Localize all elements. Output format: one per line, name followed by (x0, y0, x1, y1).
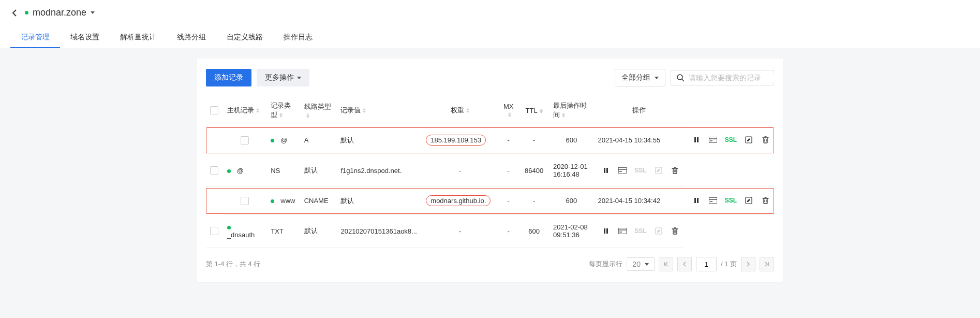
next-page-button[interactable] (741, 257, 755, 271)
tab-0[interactable]: 记录管理 (10, 27, 60, 48)
card-icon[interactable] (708, 196, 718, 205)
svg-rect-10 (618, 167, 627, 174)
trash-icon[interactable] (761, 196, 770, 205)
line-cell: 默认 (336, 187, 422, 215)
row-checkbox[interactable] (241, 136, 249, 144)
col-host[interactable]: 主机记录 (223, 95, 266, 126)
type-cell: A (300, 126, 337, 154)
card-icon[interactable] (618, 166, 627, 175)
ssl-badge[interactable]: SSL (725, 136, 737, 143)
line-cell: 默认 (336, 126, 422, 154)
svg-rect-8 (604, 168, 605, 173)
svg-rect-22 (618, 228, 627, 234)
trash-icon[interactable] (671, 166, 680, 175)
per-page-select[interactable]: 20 (627, 257, 655, 271)
select-all-checkbox[interactable] (210, 106, 218, 114)
trash-icon[interactable] (671, 226, 680, 236)
host-cell: www (280, 197, 295, 205)
add-record-button[interactable]: 添加记录 (206, 69, 251, 86)
ssl-badge[interactable]: SSL (725, 197, 737, 204)
svg-rect-15 (697, 198, 699, 203)
ttl-cell: 86400 (519, 154, 549, 187)
status-dot-icon (25, 11, 28, 15)
line-cell: 默认 (300, 154, 337, 187)
pause-icon[interactable] (692, 135, 701, 144)
host-cell: @ (280, 136, 287, 144)
tab-1[interactable]: 域名设置 (60, 27, 110, 48)
pause-icon[interactable] (692, 196, 701, 205)
svg-rect-3 (697, 137, 699, 142)
edit-icon[interactable] (744, 196, 753, 205)
col-ttl[interactable]: TTL (519, 95, 549, 126)
type-cell: NS (266, 154, 300, 187)
search-input[interactable] (689, 74, 779, 82)
ttl-cell: 600 (519, 215, 549, 248)
mx-cell: - (519, 187, 549, 215)
table-row: @ NS 默认 f1g1ns2.dnspod.net. - - 86400 20… (206, 154, 774, 187)
record-value: 202102070151361aok8... (340, 227, 417, 235)
svg-rect-14 (694, 198, 696, 203)
svg-line-1 (682, 79, 684, 81)
page-input[interactable] (696, 257, 717, 271)
edit-icon[interactable] (654, 226, 663, 236)
pagination-summary: 第 1-4 行，共 4 行 (206, 259, 260, 269)
search-icon (676, 74, 685, 82)
tab-3[interactable]: 线路分组 (167, 27, 216, 48)
host-cell: @ (237, 167, 244, 175)
status-dot-icon (227, 226, 231, 229)
edit-icon[interactable] (654, 166, 663, 175)
table-row: _dnsauth TXT 默认 202102070151361aok8... -… (206, 215, 774, 248)
more-ops-button[interactable]: 更多操作 (257, 69, 309, 86)
col-value[interactable]: 记录值 (336, 95, 422, 126)
row-checkbox[interactable] (241, 197, 249, 205)
svg-point-0 (677, 75, 682, 80)
weight-cell: - (498, 187, 519, 215)
group-select[interactable]: 全部分组 (615, 69, 665, 86)
mx-cell: - (519, 126, 549, 154)
search-box[interactable] (671, 70, 774, 85)
group-select-label: 全部分组 (621, 73, 650, 82)
tab-5[interactable]: 操作日志 (273, 27, 323, 48)
card-icon[interactable] (708, 135, 718, 144)
svg-rect-9 (606, 168, 608, 173)
col-mx[interactable]: MX (498, 95, 519, 126)
status-dot-icon (227, 169, 231, 173)
time-cell: 2021-02-08 09:51:36 (549, 215, 593, 248)
card-icon[interactable] (618, 226, 627, 236)
time-cell: 2021-04-15 10:34:42 (593, 187, 684, 215)
last-page-button[interactable] (760, 257, 774, 271)
svg-rect-21 (606, 228, 608, 234)
back-button[interactable] (10, 9, 19, 17)
svg-rect-4 (709, 137, 717, 143)
time-cell: 2020-12-01 16:16:48 (549, 154, 593, 187)
trash-icon[interactable] (761, 135, 770, 144)
tab-2[interactable]: 解析量统计 (110, 27, 167, 48)
first-page-button[interactable] (659, 257, 673, 271)
row-checkbox[interactable] (210, 166, 218, 175)
row-checkbox[interactable] (210, 227, 218, 235)
col-weight[interactable]: 权重 (422, 95, 498, 126)
line-cell: 默认 (300, 215, 337, 248)
col-line[interactable]: 线路类型 (300, 95, 337, 126)
prev-page-button[interactable] (677, 257, 692, 271)
domain-selector[interactable]: modnar.zone (25, 7, 95, 18)
ssl-badge[interactable]: SSL (634, 167, 646, 174)
edit-icon[interactable] (744, 135, 753, 144)
pause-icon[interactable] (601, 226, 611, 236)
svg-rect-20 (604, 228, 605, 234)
mx-cell: - (498, 215, 519, 248)
more-ops-label: 更多操作 (265, 73, 294, 82)
col-time[interactable]: 最后操作时间 (549, 95, 593, 126)
pause-icon[interactable] (601, 166, 611, 175)
table-row: www CNAME 默认 modnars.github.io. - - 600 … (206, 187, 774, 215)
weight-cell: - (422, 215, 498, 248)
ssl-badge[interactable]: SSL (634, 227, 646, 235)
tab-4[interactable]: 自定义线路 (216, 27, 273, 48)
chevron-down-icon (655, 77, 659, 79)
col-type[interactable]: 记录类型 (266, 95, 300, 126)
record-value: modnars.github.io. (426, 195, 491, 206)
status-dot-icon (271, 139, 274, 142)
svg-rect-16 (709, 197, 717, 204)
type-cell: CNAME (300, 187, 337, 215)
weight-cell: - (422, 154, 498, 187)
